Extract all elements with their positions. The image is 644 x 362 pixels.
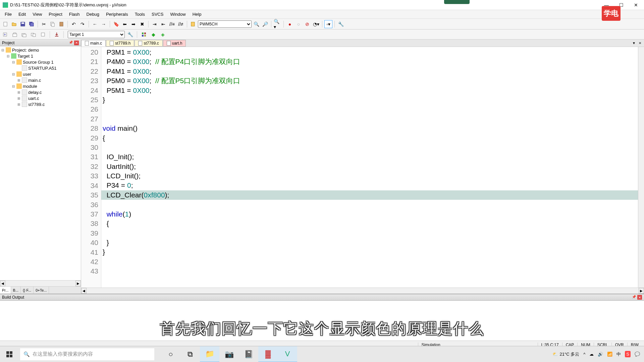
copy-button[interactable] bbox=[49, 20, 57, 28]
code-line-29[interactable]: { bbox=[101, 133, 638, 143]
code-line-27[interactable] bbox=[101, 114, 638, 124]
editor-hscroll[interactable]: ◀▶ bbox=[81, 288, 644, 294]
find-in-files-button[interactable] bbox=[189, 20, 197, 28]
comment-button[interactable]: //≡ bbox=[168, 20, 176, 28]
taskbar-camera-icon[interactable]: 📷 bbox=[219, 346, 239, 362]
close-button[interactable]: ✕ bbox=[631, 1, 641, 9]
target-select[interactable]: Target 1 bbox=[68, 31, 125, 38]
find-button[interactable]: 🔍 bbox=[252, 20, 260, 28]
panel-close-button[interactable]: ✕ bbox=[74, 41, 79, 45]
build-pin-button[interactable]: 📌 bbox=[632, 295, 637, 300]
target-options-button[interactable]: 🔧 bbox=[126, 31, 134, 39]
taskbar-app1-icon[interactable]: ▓ bbox=[258, 346, 278, 362]
build-output-body[interactable] bbox=[0, 301, 644, 341]
tree-file-st7789-c[interactable]: ⊞st7789.c bbox=[1, 101, 80, 107]
select-packs-button[interactable]: ◈ bbox=[159, 31, 167, 39]
outdent-button[interactable]: ⇤ bbox=[159, 20, 167, 28]
project-tree[interactable]: ⊟Project: demo⊟Target 1⊟Source Group 1ST… bbox=[0, 46, 81, 280]
taskbar-notepad-icon[interactable]: 📓 bbox=[239, 346, 258, 362]
tree-file-main-c[interactable]: ⊞main.c bbox=[1, 77, 80, 83]
download-button[interactable] bbox=[53, 31, 61, 39]
menu-window[interactable]: Window bbox=[167, 10, 189, 18]
tray-ime-icon[interactable]: 中 bbox=[616, 351, 621, 357]
cortana-icon[interactable]: ○ bbox=[161, 346, 180, 362]
weather-widget[interactable]: ⛅ 21°C 多云 bbox=[552, 351, 580, 357]
code-line-34[interactable]: P34 = 0; bbox=[101, 181, 638, 190]
code-line-36[interactable] bbox=[101, 200, 638, 209]
menu-flash[interactable]: Flash bbox=[66, 10, 83, 18]
project-hscroll[interactable]: ◀▶ bbox=[0, 280, 81, 286]
debug-button[interactable]: 🔍▾ bbox=[273, 20, 281, 28]
paste-button[interactable] bbox=[57, 20, 65, 28]
code-line-38[interactable]: { bbox=[101, 219, 638, 228]
stop-build-button[interactable] bbox=[39, 31, 47, 39]
tab-close-button[interactable]: ✕ bbox=[637, 41, 643, 46]
window-button[interactable]: ▫▾ bbox=[324, 20, 332, 28]
tray-notifications-icon[interactable]: 💬 bbox=[635, 352, 640, 357]
code-line-40[interactable]: } bbox=[101, 238, 638, 247]
menu-edit[interactable]: Edit bbox=[15, 10, 29, 18]
code-line-41[interactable]: } bbox=[101, 247, 638, 257]
tree-target[interactable]: ⊟Target 1 bbox=[1, 53, 80, 59]
tree-file-STARTUP-A51[interactable]: STARTUP.A51 bbox=[1, 65, 80, 71]
uncomment-button[interactable]: //≠ bbox=[177, 20, 185, 28]
menu-debug[interactable]: Debug bbox=[83, 10, 103, 18]
code-line-35[interactable]: LCD_Clear(0xf800); bbox=[101, 190, 638, 200]
file-tab-st7789-c[interactable]: st7789.c bbox=[135, 40, 162, 47]
code-line-20[interactable]: P3M1 = 0X00; bbox=[101, 48, 638, 57]
menu-svcs[interactable]: SVCS bbox=[148, 10, 167, 18]
new-file-button[interactable] bbox=[1, 20, 9, 28]
panel-pin-button[interactable]: 📌 bbox=[69, 41, 73, 45]
save-button[interactable] bbox=[19, 20, 27, 28]
code-line-31[interactable]: IO_Init(); bbox=[101, 152, 638, 162]
code-line-33[interactable]: LCD_Init(); bbox=[101, 171, 638, 181]
breakpoint-kill-button[interactable]: ⊘ bbox=[303, 20, 311, 28]
tree-file-delay-c[interactable]: ⊞delay.c bbox=[1, 89, 80, 95]
editor-vscroll[interactable] bbox=[638, 47, 644, 288]
rebuild-button[interactable] bbox=[20, 31, 28, 39]
configure-button[interactable]: 🔧 bbox=[337, 20, 345, 28]
bookmark-next-button[interactable]: ➡ bbox=[129, 20, 138, 28]
code-line-43[interactable] bbox=[101, 266, 638, 276]
breakpoint-disable-button[interactable]: ○ bbox=[294, 20, 303, 28]
taskbar-uvision-icon[interactable]: V bbox=[278, 346, 297, 362]
tree-file-uart-c[interactable]: ⊞uart.c bbox=[1, 95, 80, 101]
code-line-30[interactable] bbox=[101, 143, 638, 152]
code-content[interactable]: P3M1 = 0X00; P4M0 = 0X00; // 配置P4口引脚为准双向… bbox=[101, 47, 638, 288]
manage-components-button[interactable]: ◆ bbox=[149, 31, 157, 39]
menu-project[interactable]: Project bbox=[45, 10, 65, 18]
code-line-24[interactable]: P5M1 = 0X00; bbox=[101, 86, 638, 95]
menu-help[interactable]: Help bbox=[189, 10, 205, 18]
bookmark-clear-button[interactable]: ✖ bbox=[138, 20, 146, 28]
tray-sogou-icon[interactable]: S bbox=[625, 351, 631, 357]
code-line-39[interactable] bbox=[101, 228, 638, 238]
code-line-23[interactable]: P5M0 = 0X00; // 配置P5口引脚为准双向口 bbox=[101, 76, 638, 85]
manage-project-button[interactable] bbox=[140, 31, 148, 39]
tray-network-icon[interactable]: 📶 bbox=[607, 352, 612, 357]
code-line-25[interactable]: } bbox=[101, 95, 638, 105]
code-line-37[interactable]: while(1) bbox=[101, 209, 638, 219]
breakpoint-list-button[interactable]: ◔▾ bbox=[312, 20, 320, 28]
build-close-button[interactable]: ✕ bbox=[637, 295, 642, 300]
panel-tab-0[interactable]: Pr... bbox=[0, 287, 11, 294]
file-tab-uart-h[interactable]: uart.h bbox=[163, 40, 186, 47]
incremental-find-button[interactable]: 🔎 bbox=[261, 20, 269, 28]
code-line-42[interactable] bbox=[101, 257, 638, 266]
tray-volume-icon[interactable]: 🔊 bbox=[598, 352, 603, 357]
tree-group-2[interactable]: ⊟module bbox=[1, 83, 80, 89]
taskbar-search[interactable]: 🔍 在这里输入你要搜索的内容 bbox=[20, 348, 154, 360]
file-tab-st7789-h[interactable]: st7789.h bbox=[106, 40, 134, 47]
menu-view[interactable]: View bbox=[29, 10, 45, 18]
redo-button[interactable]: ↷ bbox=[78, 20, 87, 28]
tree-project-root[interactable]: ⊟Project: demo bbox=[1, 47, 80, 53]
code-line-32[interactable]: UartInit(); bbox=[101, 162, 638, 171]
menu-file[interactable]: File bbox=[1, 10, 15, 18]
code-line-22[interactable]: P4M1 = 0X00; bbox=[101, 67, 638, 76]
nav-back-button[interactable]: ← bbox=[91, 20, 99, 28]
panel-tab-1[interactable]: B... bbox=[11, 287, 21, 294]
tray-onedrive-icon[interactable]: ☁ bbox=[589, 352, 594, 357]
bookmark-prev-button[interactable]: ⬅ bbox=[121, 20, 129, 28]
panel-tab-2[interactable]: {} F... bbox=[21, 287, 34, 294]
code-line-26[interactable] bbox=[101, 105, 638, 114]
code-line-28[interactable]: void main() bbox=[101, 124, 638, 133]
